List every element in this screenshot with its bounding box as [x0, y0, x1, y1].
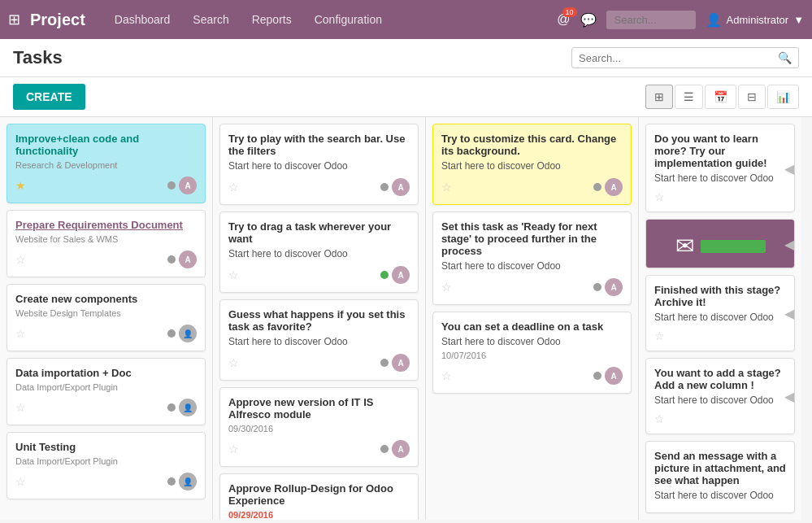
nav-search[interactable]: Search [183, 8, 238, 31]
card-footer: ☆ A [441, 367, 623, 385]
card-subtitle: Website Design Templates [15, 308, 197, 318]
card-search-bar[interactable]: Try to play with the search bar. Use the… [219, 124, 419, 205]
avatar: A [179, 251, 197, 268]
fold-icon[interactable]: ◀ [784, 160, 794, 176]
card-footer: ★ A [15, 177, 197, 194]
card-desc: Start here to discover Odoo [654, 490, 786, 501]
chart-view-button[interactable]: 📊 [767, 85, 799, 109]
toolbar: CREATE ⊞ ☰ 📅 ⊟ 📊 [0, 77, 812, 117]
nav-dashboard[interactable]: Dashboard [105, 8, 180, 31]
card-title: Approve Rollup-Design for Odoo Experienc… [228, 482, 410, 507]
card-archive[interactable]: Finished with this stage? Archive it! St… [645, 275, 795, 351]
status-dot [593, 183, 601, 191]
star-icon[interactable]: ☆ [228, 356, 239, 369]
top-navigation: ⊞ Project Dashboard Search Reports Confi… [0, 0, 812, 39]
card-ready-stage[interactable]: Set this task as 'Ready for next stage' … [432, 211, 632, 305]
card-title: Do you want to learn more? Try our imple… [654, 133, 786, 169]
search-container: 🔍 [571, 47, 799, 68]
star-icon[interactable]: ★ [15, 179, 26, 192]
card-improve-code[interactable]: Improve+clean code and functionality Res… [7, 124, 206, 203]
fold-icon[interactable]: ◀ [784, 306, 794, 321]
star-icon[interactable]: ☆ [15, 475, 26, 488]
card-footer: ☆ A [441, 178, 623, 196]
star-icon[interactable]: ☆ [441, 181, 452, 194]
chat-icon[interactable]: 💬 [580, 12, 597, 28]
top-search-input[interactable] [606, 11, 696, 29]
card-date: 09/30/2016 [228, 424, 410, 434]
card-unit-testing[interactable]: Unit Testing Data Import/Export Plugin ☆… [7, 432, 206, 499]
kanban-column-1: Improve+clean code and functionality Res… [0, 117, 213, 520]
card-create-components[interactable]: Create new components Website Design Tem… [7, 284, 206, 351]
card-favorite[interactable]: Guess what happens if you set this task … [219, 299, 419, 381]
card-subtitle: Website for Sales & WMS [15, 234, 197, 244]
nav-links: Dashboard Search Reports Configuration [105, 8, 392, 31]
card-desc: Start here to discover Odoo [441, 160, 623, 172]
card-desc: Start here to discover Odoo [228, 248, 410, 259]
user-icon: 👤 [706, 12, 722, 28]
card-date: 10/07/2016 [441, 351, 623, 360]
view-switcher: ⊞ ☰ 📅 ⊟ 📊 [645, 85, 799, 109]
table-view-button[interactable]: ⊟ [738, 85, 766, 109]
star-icon[interactable]: ☆ [654, 412, 665, 425]
star-icon[interactable]: ☆ [15, 253, 26, 266]
card-footer: ☆ A [15, 251, 197, 268]
nav-icons: @ 10 💬 👤 Administrator ▼ [557, 11, 804, 29]
at-notifications[interactable]: @ 10 [557, 12, 570, 27]
card-title: Send an message with a picture in attach… [654, 450, 786, 486]
user-menu[interactable]: 👤 Administrator ▼ [706, 12, 804, 28]
app-grid-icon[interactable]: ⊞ [8, 11, 20, 28]
card-send-message[interactable]: Send an message with a picture in attach… [645, 441, 795, 513]
star-icon[interactable]: ☆ [228, 268, 239, 281]
kanban-board: Improve+clean code and functionality Res… [0, 117, 812, 520]
kanban-view-button[interactable]: ⊞ [645, 85, 673, 109]
star-icon[interactable]: ☆ [441, 281, 452, 294]
card-add-stage[interactable]: You want to add a stage? Add a new colum… [645, 358, 795, 434]
main-search-input[interactable] [579, 52, 773, 64]
avatar: 👤 [179, 325, 197, 342]
card-learn-more[interactable]: Do you want to learn more? Try our imple… [645, 124, 795, 212]
card-desc: Start here to discover Odoo [228, 336, 410, 347]
card-title: Try to drag a task wherever your want [228, 220, 410, 245]
star-icon[interactable]: ☆ [228, 442, 239, 455]
avatar: 👤 [179, 399, 197, 416]
card-footer: ☆ A [228, 354, 410, 372]
calendar-view-button[interactable]: 📅 [705, 85, 736, 109]
status-dot [380, 359, 389, 367]
star-icon[interactable]: ☆ [654, 190, 665, 203]
card-footer: ☆ [654, 412, 786, 425]
card-rollup[interactable]: Approve Rollup-Design for Odoo Experienc… [219, 473, 419, 520]
card-title: Finished with this stage? Archive it! [654, 284, 786, 308]
star-icon[interactable]: ☆ [228, 181, 239, 194]
card-title: Try to customize this card. Change its b… [441, 133, 623, 157]
search-icon: 🔍 [778, 51, 792, 64]
card-title: Set this task as 'Ready for next stage' … [441, 220, 623, 257]
nav-reports[interactable]: Reports [242, 8, 302, 31]
card-customize[interactable]: Try to customize this card. Change its b… [432, 124, 632, 205]
star-icon[interactable]: ☆ [654, 329, 665, 342]
card-deadline[interactable]: You can set a deadline on a task Start h… [432, 312, 632, 394]
create-button[interactable]: CREATE [13, 84, 85, 110]
card-subtitle: Research & Development [15, 160, 197, 170]
avatar: A [605, 278, 623, 296]
card-email-image[interactable]: ✉ Start here to discover Odoo ◀ [645, 219, 795, 268]
card-data-importation[interactable]: Data importation + Doc Data Import/Expor… [7, 358, 206, 425]
card-drag-task[interactable]: Try to drag a task wherever your want St… [219, 211, 419, 293]
card-alfresco[interactable]: Approve new version of IT IS Alfresco mo… [219, 387, 419, 467]
list-view-button[interactable]: ☰ [675, 85, 703, 109]
star-icon[interactable]: ☆ [15, 327, 26, 340]
status-dot [167, 329, 176, 338]
card-title: Data importation + Doc [15, 367, 197, 379]
sub-header: Tasks 🔍 [0, 39, 812, 77]
progress-bar [701, 240, 766, 253]
fold-icon[interactable]: ◀ [784, 236, 794, 251]
star-icon[interactable]: ☆ [441, 369, 452, 382]
card-footer: ☆ 👤 [15, 473, 197, 490]
card-title: Create new components [15, 293, 197, 305]
card-footer: ☆ A [228, 266, 410, 284]
card-desc: Start here to discover Odoo [228, 160, 410, 172]
nav-configuration[interactable]: Configuration [305, 8, 392, 31]
card-prepare-requirements[interactable]: Prepare Requirements Document Website fo… [7, 210, 206, 277]
email-icon: ✉ [675, 233, 694, 259]
fold-icon[interactable]: ◀ [784, 389, 794, 404]
star-icon[interactable]: ☆ [15, 401, 26, 414]
